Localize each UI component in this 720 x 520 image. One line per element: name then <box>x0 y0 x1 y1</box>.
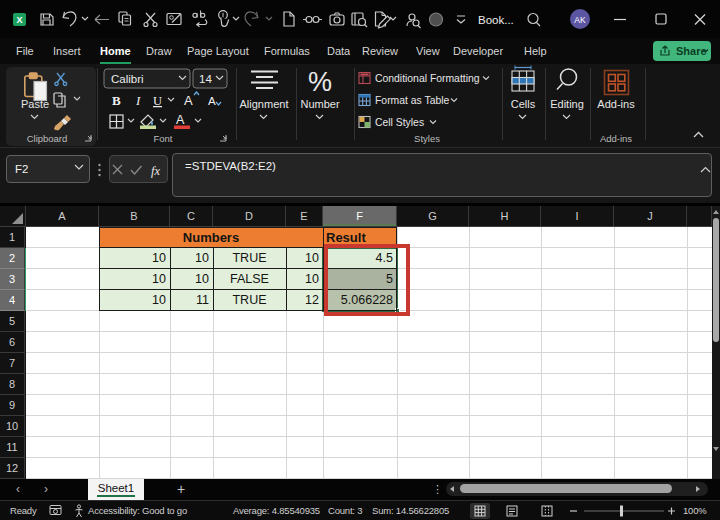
svg-text:Cell Styles: Cell Styles <box>375 117 424 128</box>
svg-text:Cells: Cells <box>511 98 536 110</box>
svg-text:B: B <box>112 93 121 108</box>
svg-text:Alignment: Alignment <box>240 98 289 110</box>
svg-text:A: A <box>176 113 185 127</box>
svg-text:14: 14 <box>199 73 212 85</box>
svg-text:Number: Number <box>300 98 339 110</box>
svg-text:I: I <box>135 93 141 108</box>
svg-text:Add-ins: Add-ins <box>600 133 632 144</box>
svg-text:Calibri: Calibri <box>111 73 144 85</box>
svg-text:fx: fx <box>151 164 160 178</box>
svg-text:X: X <box>16 15 22 25</box>
svg-text:AK: AK <box>574 15 586 25</box>
svg-text:Add-ins: Add-ins <box>597 98 635 110</box>
svg-text:%: % <box>308 67 332 97</box>
svg-text:Conditional Formatting: Conditional Formatting <box>375 73 480 84</box>
svg-text:Styles: Styles <box>414 133 440 144</box>
svg-text:Font: Font <box>153 133 172 144</box>
svg-text:Share: Share <box>676 45 707 57</box>
svg-text:A: A <box>184 93 193 108</box>
svg-text:U: U <box>153 94 162 108</box>
svg-text:Clipboard: Clipboard <box>27 133 68 144</box>
svg-text:Book...: Book... <box>478 14 514 26</box>
svg-text:Format as Table: Format as Table <box>375 95 450 106</box>
svg-text:Paste: Paste <box>21 98 49 110</box>
svg-text:A: A <box>208 95 216 107</box>
svg-text:Editing: Editing <box>550 98 584 110</box>
